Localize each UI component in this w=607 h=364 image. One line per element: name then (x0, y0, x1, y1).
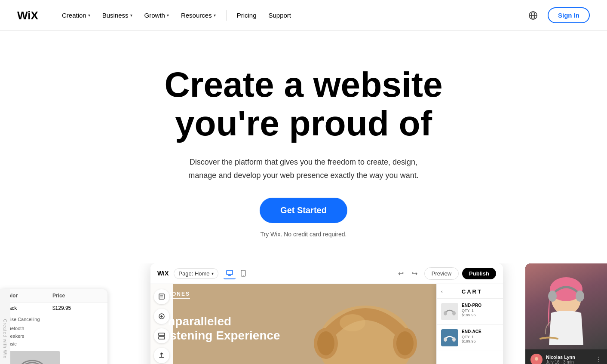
svg-point-29 (396, 331, 414, 355)
table-cell-price: $129.95 (48, 302, 107, 314)
cart-item-1-image (441, 303, 458, 320)
mobile-view-button[interactable] (237, 267, 249, 279)
right-card-user-info: Nicolas Lynn July 16 · 3 min (546, 355, 592, 364)
desktop-icon (226, 270, 233, 276)
nav-item-support[interactable]: Support (264, 8, 297, 22)
navbar-left: WiX Creation ▾ Business ▾ Growth ▾ Resou… (17, 8, 296, 22)
cart-item-2: END-ACE QTY: 1 $199.95 (437, 325, 503, 351)
svg-point-37 (548, 291, 557, 302)
logo[interactable]: WiX (17, 9, 43, 22)
mobile-icon (241, 270, 246, 277)
page-selector[interactable]: Page: Home ▾ (174, 268, 218, 279)
editor-topbar-left: WiX Page: Home ▾ (157, 267, 249, 279)
headphone-cart-icon-1 (443, 306, 456, 317)
svg-point-31 (444, 311, 447, 315)
svg-rect-8 (227, 270, 233, 275)
svg-point-12 (243, 275, 244, 276)
filter-noise-cancelling: Noise Cancelling (0, 314, 107, 324)
editor-window: WiX Page: Home ▾ ↩ ↪ (150, 263, 503, 364)
headphone-illustration (305, 284, 426, 364)
cart-item-2-info: END-ACE QTY: 1 $199.95 (462, 329, 481, 346)
sidebar-vertical-label: Created with Wix (0, 289, 10, 364)
table-header-price: Price (48, 289, 107, 303)
product-thumbnail (4, 351, 60, 364)
preview-button[interactable]: Preview (424, 267, 459, 280)
svg-rect-13 (159, 294, 164, 299)
sidebar-table: Color Price Black $129.95 (0, 289, 107, 314)
nav-divider (226, 10, 227, 21)
svg-point-39 (535, 357, 538, 361)
cart-item-1: END-PRO QTY: 1 $199.95 (437, 299, 503, 325)
filter-bluetooth: Bluetooth (0, 324, 107, 332)
canvas-left-toolbar (150, 284, 173, 364)
sections-icon (158, 333, 165, 340)
cart-title: CART (445, 288, 499, 295)
cart-item-1-name: END-PRO (462, 303, 481, 308)
svg-rect-19 (159, 333, 165, 336)
svg-point-27 (317, 331, 334, 355)
get-started-button[interactable]: Get Started (260, 198, 347, 223)
editor-topbar: WiX Page: Home ▾ ↩ ↪ (150, 263, 503, 284)
avatar-icon (532, 355, 541, 364)
language-selector-button[interactable] (525, 8, 541, 23)
redo-button[interactable]: ↪ (409, 267, 421, 279)
hero-section: Create a website you're proud of Discove… (0, 31, 607, 263)
svg-point-38 (576, 291, 584, 302)
cart-panel: ‹ CART END-PRO QTY: 1 $ (436, 284, 503, 364)
pages-icon (158, 293, 165, 300)
svg-point-33 (444, 337, 447, 342)
toolbar-upload-icon[interactable] (154, 348, 169, 363)
preview-section: Created with Wix Color Price Black $129.… (0, 263, 607, 364)
right-card-more-icon[interactable]: ⋮ (595, 355, 602, 364)
editor-canvas: TPHONES Home Reviews Shop Unparalleled L… (150, 284, 503, 364)
cart-item-2-image (441, 329, 458, 346)
nav-item-creation[interactable]: Creation ▾ (57, 8, 95, 22)
right-card: Nicolas Lynn July 16 · 3 min ⋮ (525, 263, 607, 364)
hero-title: Create a website you're proud of (110, 65, 497, 143)
cart-item-1-price: $199.95 (462, 313, 481, 317)
cart-item-2-price: $199.95 (462, 339, 481, 343)
navbar-right: Sign In (525, 7, 590, 23)
filter-music: Music (0, 340, 107, 348)
cart-item-2-name: END-ACE (462, 329, 481, 334)
avatar (530, 354, 543, 364)
publish-button[interactable]: Publish (462, 268, 496, 279)
cart-header: ‹ CART (437, 284, 503, 299)
filter-speakers: Speakers (0, 332, 107, 340)
view-icons (224, 267, 249, 279)
nav-item-pricing[interactable]: Pricing (232, 8, 262, 22)
cart-chevron-icon: ‹ (441, 289, 443, 294)
right-card-footer: Nicolas Lynn July 16 · 3 min ⋮ (525, 349, 607, 364)
nav-item-resources[interactable]: Resources ▾ (176, 8, 221, 22)
upload-icon (158, 352, 165, 359)
chevron-down-icon: ▾ (130, 13, 132, 18)
chevron-down-icon: ▾ (167, 13, 169, 18)
svg-point-30 (340, 314, 365, 331)
cart-item-2-qty: QTY: 1 (462, 335, 481, 339)
headphone-cart-icon-2 (443, 333, 456, 343)
editor-topbar-right: ↩ ↪ Preview Publish (395, 267, 496, 280)
chevron-down-icon: ▾ (214, 13, 216, 18)
undo-button[interactable]: ↩ (395, 267, 407, 279)
editor-wix-logo: WiX (157, 270, 169, 277)
svg-point-32 (452, 311, 456, 315)
hero-subtitle: Discover the platform that gives you the… (17, 156, 590, 182)
sign-in-button[interactable]: Sign In (548, 7, 590, 23)
svg-text:WiX: WiX (17, 9, 39, 22)
navbar: WiX Creation ▾ Business ▾ Growth ▾ Resou… (0, 0, 607, 31)
chevron-down-icon: ▾ (212, 271, 214, 276)
person-illustration (527, 263, 605, 349)
left-sidebar: Created with Wix Color Price Black $129.… (0, 289, 107, 364)
globe-icon (528, 11, 538, 20)
toolbar-add-icon[interactable] (154, 309, 169, 324)
nav-item-business[interactable]: Business ▾ (97, 8, 138, 22)
toolbar-pages-icon[interactable] (154, 289, 169, 305)
right-card-username: Nicolas Lynn (546, 355, 592, 360)
desktop-view-button[interactable] (224, 267, 236, 279)
headphone-small-icon (15, 353, 49, 364)
add-icon (158, 313, 165, 320)
toolbar-sections-icon[interactable] (154, 328, 169, 344)
table-row: Black $129.95 (0, 302, 107, 314)
right-card-date: July 16 · 3 min (546, 360, 592, 364)
nav-item-growth[interactable]: Growth ▾ (139, 8, 174, 22)
